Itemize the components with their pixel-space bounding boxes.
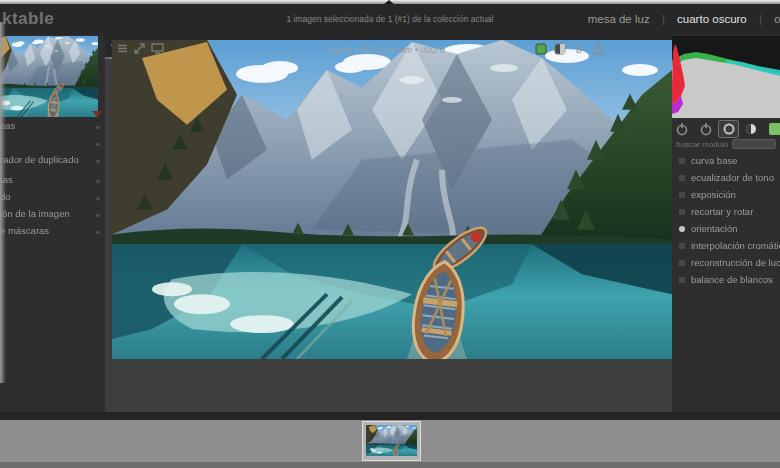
left-module-duplicate-manager[interactable]: rador de duplicado◆ [0,154,105,169]
svg-text:b: b [576,44,582,55]
left-module-image-information[interactable]: ión de la imagen◆ [0,208,105,223]
left-module-mask-manager[interactable]: e máscaras◆ [0,225,105,240]
navigation-preview[interactable] [0,36,98,117]
left-module-notes[interactable]: tas◆ [0,174,105,189]
module-enable-toggle[interactable] [679,260,685,266]
main-image[interactable] [112,40,672,359]
second-display-icon[interactable] [151,43,164,54]
presets-icon[interactable]: ◆ [95,228,100,235]
active-modules-group-icon[interactable] [675,122,689,136]
panel-marker-icon [92,111,102,117]
tone-group-icon[interactable] [722,122,736,136]
center-area: vista sin estrellas ▾ ordenar por nombre… [105,35,672,412]
image-canvas-area [105,57,672,418]
module-label: orientación [691,223,737,234]
module-label: exposición [691,189,736,200]
module-label: curva base [691,155,737,166]
module-white-balance[interactable]: balance de blancos [672,273,780,289]
module-crop-rotate[interactable]: recortar y rotar [672,205,780,221]
right-panel: buscar módulo curva base ecualizador de … [672,35,780,412]
presets-icon[interactable]: ◆ [95,157,100,164]
left-module-tagging[interactable]: do◆ [0,191,105,206]
exif-info: 1/inf s • f/0,0 • 0 mm • ISO 0 [327,44,445,55]
module-enable-toggle[interactable] [679,226,685,232]
left-panel: eas◆ ◆ rador de duplicado◆ tas◆ do◆ ión … [0,35,105,412]
left-module-history[interactable]: ◆ [0,137,105,152]
view-lighttable[interactable]: mesa de luz [588,13,650,25]
view-separator: | [662,13,665,25]
module-demosaic[interactable]: interpolación cromática [672,239,780,255]
basic-group-icon[interactable] [699,122,713,136]
module-tone-equalizer[interactable]: ecualizador de tono [672,171,780,187]
presets-icon[interactable]: ◆ [95,140,100,147]
module-highlight-reconstruction[interactable]: reconstrucción de luces [672,256,780,272]
view-darkroom[interactable]: cuarto oscuro [677,13,747,25]
filmstrip-toggle-icon[interactable] [117,43,128,54]
module-search-input[interactable] [732,139,776,149]
module-label: balance de blancos [691,274,773,285]
left-module-label: ión de la imagen [0,208,70,219]
color-group-icon[interactable] [744,122,758,136]
module-label: reconstrucción de luces [691,257,780,268]
presets-icon[interactable]: ◆ [95,194,100,201]
filmstrip[interactable] [0,420,780,468]
correct-group-icon[interactable] [768,122,780,136]
module-enable-toggle[interactable] [679,158,685,164]
module-search-row: buscar módulo [672,139,780,152]
presets-icon[interactable]: ◆ [95,177,100,184]
module-basecurve[interactable]: curva base [672,154,780,170]
module-enable-toggle[interactable] [679,209,685,215]
view-other[interactable]: otro [774,13,780,25]
module-label: ecualizador de tono [691,172,774,183]
left-module-label: rador de duplicado [0,154,79,165]
header-bar: ktable 1 imagen seleccionada de 1 (#1) d… [0,4,780,35]
gamut-check-icon[interactable] [592,43,605,55]
module-enable-toggle[interactable] [679,192,685,198]
filmstrip-gap [0,412,780,420]
left-module-snapshots[interactable]: eas◆ [0,120,105,135]
softproof-icon[interactable]: b [573,43,585,55]
selection-status-text: 1 imagen seleccionada de 1 (#1) de la co… [287,14,494,24]
module-enable-toggle[interactable] [679,277,685,283]
overexposed-icon[interactable] [554,43,566,55]
presets-icon[interactable]: ◆ [95,123,100,130]
module-search-label: buscar módulo [676,140,728,149]
module-label: interpolación cromática [691,240,780,251]
presets-icon[interactable]: ◆ [95,211,100,218]
filmstrip-thumbnail[interactable] [362,421,421,461]
zoom-fit-icon[interactable] [134,43,145,54]
app-logo: ktable [2,9,54,29]
module-enable-toggle[interactable] [679,175,685,181]
histogram[interactable] [672,36,780,118]
module-enable-toggle[interactable] [679,243,685,249]
module-exposure[interactable]: exposición [672,188,780,204]
view-switcher: mesa de luz | cuarto oscuro | otro [588,13,780,25]
view-separator: | [759,13,762,25]
module-group-tabs [672,120,780,138]
left-module-label: e máscaras [0,225,49,236]
raw-overexposed-icon[interactable] [535,43,547,55]
left-panel-edge[interactable] [0,22,6,383]
module-orientation[interactable]: orientación [672,222,780,238]
module-label: recortar y rotar [691,206,753,217]
